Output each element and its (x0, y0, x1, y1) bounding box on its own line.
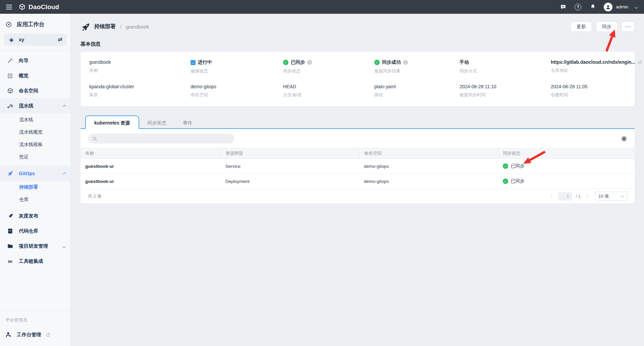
sidebar-item-overview[interactable]: 概览 (0, 68, 70, 83)
chevron-up-icon (63, 103, 66, 109)
sidebar-item-label: 代码仓库 (19, 228, 38, 234)
field-label: 名称 (89, 67, 191, 73)
role-label: 平台管理员 (0, 312, 70, 323)
sidebar-item-toolchain[interactable]: ∞ 工具链集成 (0, 254, 70, 269)
workspace-swap-icon[interactable]: ⇄ (58, 37, 62, 42)
sidebar-subitem-pipeline-list[interactable]: 流水线 (0, 113, 70, 126)
notification-bell-icon[interactable] (589, 3, 596, 11)
pagination: / 1 10 项 (550, 192, 627, 201)
field-value: 2024-06-28 11:10 (460, 84, 496, 89)
user-avatar[interactable] (604, 3, 612, 11)
breadcrumb-current: guestbook (126, 24, 149, 30)
info-icon[interactable]: i (307, 60, 312, 65)
status-label: 已同步 (511, 178, 525, 184)
hamburger-menu-icon[interactable] (6, 5, 12, 9)
sidebar-item-label: 向导 (19, 57, 29, 64)
sidebar-bottom: 平台管理员 工作台管理 (0, 306, 70, 346)
field-value: 已同步 (291, 59, 305, 65)
header-actions: 更新 同步 ··· (571, 21, 635, 32)
table-settings-gear-icon[interactable] (621, 136, 627, 142)
info-field-sync-mode: 手动 同步方式 (460, 59, 551, 74)
sidebar-item-workbench-management[interactable]: 工作台管理 (0, 323, 70, 338)
sidebar-item-project-management[interactable]: 项目研发管理 (0, 239, 70, 254)
field-value: 2024-06-28 11:05 (551, 84, 588, 89)
username-label: admin (616, 4, 628, 9)
daocloud-console: DaoCloud ? admin 应用工作台 ◈ xy (0, 0, 644, 346)
status-badge: ✓ 已同步 (503, 178, 630, 184)
sidebar-subitem-pipeline-template[interactable]: 流水线模板 (0, 138, 70, 151)
external-link-icon[interactable] (638, 60, 642, 64)
info-field-path: plain-yaml 路径 (374, 84, 460, 98)
status-badge: ✓ 已同步 (503, 163, 630, 169)
page-number-input[interactable] (558, 192, 572, 200)
tab-kubernetes-resources[interactable]: kubernetes 资源 (85, 115, 139, 129)
column-header-type: 资源类型 (221, 148, 359, 159)
sidebar-item-label: 工具链集成 (19, 258, 43, 264)
folder-icon (7, 243, 13, 250)
prev-page-chevron-icon[interactable] (550, 194, 554, 198)
resources-table: 名称 资源类型 命名空间 同步状态 guestbook-ui Service d… (80, 148, 635, 189)
field-label: 仓库地址 (551, 67, 642, 73)
sidebar-subitem-repository[interactable]: 仓库 (0, 193, 70, 206)
subitem-label: 持续部署 (19, 184, 38, 190)
field-label: 健康状态 (191, 68, 283, 74)
next-page-chevron-icon[interactable] (585, 194, 589, 198)
app-workbench-header: 应用工作台 (0, 14, 70, 33)
field-value: guestbook (89, 59, 111, 65)
table-row[interactable]: guestbook-ui Deployment demo-gitops ✓ 已同… (80, 174, 635, 189)
workbench-compass-icon (5, 21, 12, 28)
basic-info-card: guestbook 名称 … 进行中 健康状态 ✓ 已同步 i 同步状态 (80, 52, 635, 106)
tab-sync-status[interactable]: 同步状态 (139, 117, 175, 129)
sync-button[interactable]: 同步 (596, 21, 618, 32)
info-field-sync-result: ✓ 同步成功 i 最新同步结果 (374, 59, 460, 74)
sidebar-item-wizard[interactable]: 向导 (0, 53, 70, 68)
workspace-diamond-icon: ◈ (8, 36, 15, 43)
code-repo-icon (7, 228, 13, 235)
field-value: demo-gitops (191, 84, 216, 89)
basic-info-title: 基本信息 (80, 41, 635, 47)
field-value: kpanda-global-cluster (89, 84, 134, 89)
sidebar-item-gray-release[interactable]: 灰度发布 (0, 208, 70, 224)
sidebar-item-namespace[interactable]: 命名空间 (0, 83, 70, 98)
more-actions-button[interactable]: ··· (622, 21, 635, 32)
table-header-row: 名称 资源类型 命名空间 同步状态 (80, 148, 635, 159)
user-menu-chevron-down-icon[interactable] (636, 4, 638, 10)
sidebar-item-gitops[interactable]: GitOps (0, 166, 70, 181)
field-label: 创建时间 (551, 92, 642, 98)
page-size-select[interactable]: 10 项 (595, 192, 627, 201)
sidebar-subitem-continuous-deployment[interactable]: 持续部署 (0, 181, 70, 193)
total-count-label: 共 2 项 (88, 193, 101, 199)
tab-bar: kubernetes 资源 同步状态 事件 (80, 115, 635, 129)
sidebar-item-pipeline[interactable]: 流水线 (0, 98, 70, 113)
table-footer: 共 2 项 / 1 10 项 (80, 189, 635, 203)
topbar: DaoCloud ? admin (0, 0, 644, 14)
update-button[interactable]: 更新 (571, 21, 592, 32)
sidebar-subitem-pipeline-overview[interactable]: 流水线概览 (0, 126, 70, 138)
field-label: 集群 (89, 92, 191, 98)
check-circle-icon: ✓ (503, 163, 508, 169)
cell-name: guestbook-ui (80, 174, 221, 189)
info-field-repo-url: https://gitlab.daocloud.cn/ndx/engin... … (551, 59, 642, 74)
info-icon[interactable]: i (403, 60, 408, 65)
help-icon[interactable]: ? (574, 3, 582, 11)
pipeline-icon (7, 103, 13, 109)
search-input[interactable] (100, 136, 230, 141)
page-total-label: / 1 (576, 194, 581, 199)
field-value: HEAD (283, 84, 296, 89)
daocloud-cube-icon (19, 4, 25, 10)
tab-events[interactable]: 事件 (175, 117, 201, 129)
cube-icon (7, 88, 13, 94)
cell-type: Deployment (221, 174, 359, 189)
message-icon[interactable] (559, 3, 567, 11)
sidebar-subitem-credential[interactable]: 凭证 (0, 151, 70, 163)
workspace-selector[interactable]: ◈ xy ⇄ (4, 34, 66, 46)
sidebar-item-code-repo[interactable]: 代码仓库 (0, 224, 70, 239)
breadcrumb-section[interactable]: 持续部署 (94, 23, 116, 30)
grid-dots-icon (7, 72, 13, 79)
table-row[interactable]: guestbook-ui Service demo-gitops ✓ 已同步 (80, 159, 635, 174)
info-field-name: guestbook 名称 (89, 59, 191, 74)
repo-url-value[interactable]: https://gitlab.daocloud.cn/ndx/engin... (551, 59, 635, 65)
search-box[interactable] (88, 134, 234, 144)
rocket-icon (7, 170, 13, 177)
resources-panel: 名称 资源类型 命名空间 同步状态 guestbook-ui Service d… (80, 129, 635, 203)
